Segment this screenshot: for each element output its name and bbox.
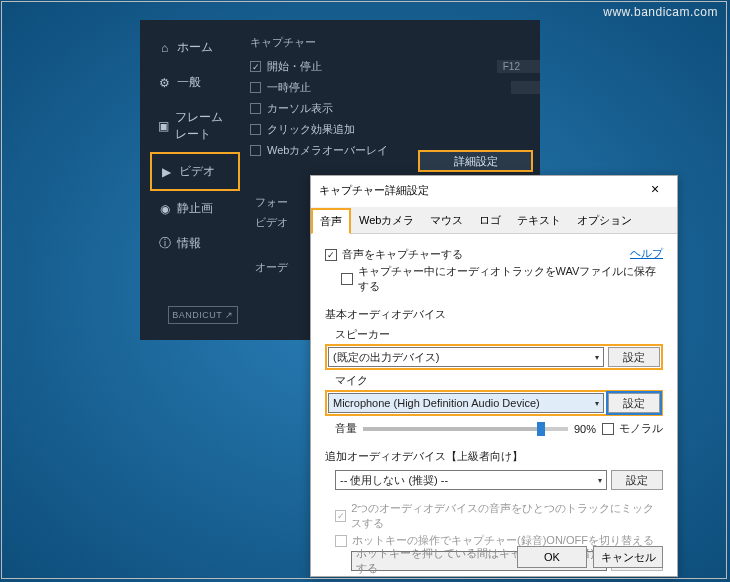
mix-two-checkbox: ✓ 2つのオーディオデバイスの音声をひとつのトラックにミックスする bbox=[325, 500, 663, 532]
format-label: フォー bbox=[255, 195, 288, 210]
capture-section-title: キャプチャー bbox=[250, 35, 540, 50]
combo-value: Microphone (High Definition Audio Device… bbox=[333, 397, 540, 409]
checkbox-icon[interactable] bbox=[250, 103, 261, 114]
cancel-button[interactable]: キャンセル bbox=[593, 546, 663, 568]
sidebar-item-image[interactable]: ◉ 静止画 bbox=[150, 191, 240, 226]
checkbox-icon[interactable] bbox=[250, 124, 261, 135]
hotkey-display[interactable]: F12 bbox=[497, 60, 540, 73]
checkbox-icon[interactable] bbox=[250, 82, 261, 93]
tab-logo[interactable]: ロゴ bbox=[471, 208, 509, 234]
speaker-config-button[interactable]: 設定 bbox=[608, 347, 660, 367]
speaker-combo[interactable]: (既定の出力デバイス) ▾ bbox=[328, 347, 604, 367]
watermark: www.bandicam.com bbox=[603, 5, 718, 19]
slider-thumb[interactable] bbox=[537, 422, 545, 436]
ok-button[interactable]: OK bbox=[517, 546, 587, 568]
chevron-down-icon: ▾ bbox=[595, 353, 599, 362]
video-format-label: ビデオ bbox=[255, 215, 288, 230]
mono-checkbox[interactable]: モノラル bbox=[602, 420, 663, 437]
mic-combo[interactable]: Microphone (High Definition Audio Device… bbox=[328, 393, 604, 413]
dialog-title: キャプチャー詳細設定 bbox=[319, 183, 429, 198]
row-cursor[interactable]: カーソル表示 bbox=[250, 98, 540, 119]
camera-icon: ◉ bbox=[158, 202, 171, 215]
slider-fill bbox=[363, 427, 537, 431]
sidebar-item-label: 情報 bbox=[177, 235, 201, 252]
video-icon: ▶ bbox=[160, 165, 173, 178]
mic-row-highlight: Microphone (High Definition Audio Device… bbox=[325, 390, 663, 416]
checkbox-icon[interactable] bbox=[602, 423, 614, 435]
dialog-body: ヘルプ ✓ 音声をキャプチャーする キャプチャー中にオーディオトラックをWAVフ… bbox=[311, 234, 677, 579]
tab-options[interactable]: オプション bbox=[569, 208, 640, 234]
row-click-effect[interactable]: クリック効果追加 bbox=[250, 119, 540, 140]
volume-slider[interactable] bbox=[363, 427, 568, 431]
main-panel: キャプチャー ✓ 開始・停止 F12 一時停止 カーソル表示 クリック効果追加 … bbox=[250, 35, 540, 161]
hotkey-display[interactable] bbox=[511, 81, 540, 94]
row-label: 一時停止 bbox=[267, 80, 311, 95]
detail-settings-button[interactable]: 詳細設定 bbox=[418, 150, 533, 172]
checkbox-label: 音声をキャプチャーする bbox=[342, 247, 463, 262]
gear-icon: ⚙ bbox=[158, 76, 171, 89]
volume-label: 音量 bbox=[335, 421, 357, 436]
tab-webcam[interactable]: Webカメラ bbox=[351, 208, 422, 234]
sidebar-item-label: フレームレート bbox=[175, 109, 232, 143]
combo-value: (既定の出力デバイス) bbox=[333, 350, 439, 365]
sidebar-item-home[interactable]: ⌂ ホーム bbox=[150, 30, 240, 65]
row-pause[interactable]: 一時停止 bbox=[250, 77, 540, 98]
audio-format-label: オーデ bbox=[255, 260, 288, 275]
mic-label: マイク bbox=[325, 374, 663, 388]
tab-audio[interactable]: 音声 bbox=[311, 208, 351, 234]
sidebar-item-label: ビデオ bbox=[179, 163, 215, 180]
help-link[interactable]: ヘルプ bbox=[630, 246, 663, 261]
tab-text[interactable]: テキスト bbox=[509, 208, 569, 234]
checkbox-icon[interactable] bbox=[250, 145, 261, 156]
info-icon: ⓘ bbox=[158, 237, 171, 250]
checkbox-icon[interactable] bbox=[341, 273, 353, 285]
mic-config-button[interactable]: 設定 bbox=[608, 393, 660, 413]
checkbox-label: キャプチャー中にオーディオトラックをWAVファイルに保存する bbox=[358, 264, 663, 294]
speaker-label: スピーカー bbox=[325, 328, 663, 342]
sidebar-item-label: ホーム bbox=[177, 39, 213, 56]
additional-device-label: 追加オーディオデバイス【上級者向け】 bbox=[325, 449, 663, 464]
sidebar-item-label: 一般 bbox=[177, 74, 201, 91]
chevron-down-icon: ▾ bbox=[595, 399, 599, 408]
volume-value: 90% bbox=[574, 423, 596, 435]
additional-combo[interactable]: -- 使用しない (推奨) -- ▾ bbox=[335, 470, 607, 490]
checkbox-checked-icon[interactable]: ✓ bbox=[325, 249, 337, 261]
bandicut-button[interactable]: BANDICUT ↗ bbox=[168, 306, 238, 324]
row-label: 開始・停止 bbox=[267, 59, 322, 74]
chevron-down-icon: ▾ bbox=[598, 476, 602, 485]
save-wav-checkbox[interactable]: キャプチャー中にオーディオトラックをWAVファイルに保存する bbox=[325, 263, 663, 295]
sidebar-item-video[interactable]: ▶ ビデオ bbox=[150, 152, 240, 191]
close-icon[interactable]: × bbox=[641, 181, 669, 199]
checkbox-label: モノラル bbox=[619, 421, 663, 436]
row-start-stop[interactable]: ✓ 開始・停止 F12 bbox=[250, 56, 540, 77]
dialog-tabs: 音声 Webカメラ マウス ロゴ テキスト オプション bbox=[311, 207, 677, 234]
sidebar-item-info[interactable]: ⓘ 情報 bbox=[150, 226, 240, 261]
basic-device-label: 基本オーディオデバイス bbox=[325, 307, 663, 322]
checkbox-checked-icon: ✓ bbox=[335, 510, 346, 522]
capture-detail-dialog: キャプチャー詳細設定 × 音声 Webカメラ マウス ロゴ テキスト オプション… bbox=[310, 175, 678, 577]
additional-combo-row: -- 使用しない (推奨) -- ▾ 設定 bbox=[325, 470, 663, 490]
additional-config-button[interactable]: 設定 bbox=[611, 470, 663, 490]
row-label: Webカメラオーバーレイ bbox=[267, 143, 388, 158]
row-label: カーソル表示 bbox=[267, 101, 333, 116]
dialog-footer: OK キャンセル bbox=[517, 546, 663, 568]
sidebar-item-general[interactable]: ⚙ 一般 bbox=[150, 65, 240, 100]
sidebar-item-label: 静止画 bbox=[177, 200, 213, 217]
speaker-row-highlight: (既定の出力デバイス) ▾ 設定 bbox=[325, 344, 663, 370]
home-icon: ⌂ bbox=[158, 41, 171, 54]
dialog-titlebar: キャプチャー詳細設定 × bbox=[311, 176, 677, 204]
sidebar: ⌂ ホーム ⚙ 一般 ▣ フレームレート ▶ ビデオ ◉ 静止画 ⓘ 情報 bbox=[150, 30, 240, 261]
sidebar-item-fps[interactable]: ▣ フレームレート bbox=[150, 100, 240, 152]
volume-row: 音量 90% モノラル bbox=[325, 420, 663, 437]
checkbox-checked-icon[interactable]: ✓ bbox=[250, 61, 261, 72]
fps-icon: ▣ bbox=[158, 120, 169, 133]
row-label: クリック効果追加 bbox=[267, 122, 355, 137]
checkbox-label: 2つのオーディオデバイスの音声をひとつのトラックにミックスする bbox=[351, 501, 663, 531]
capture-audio-checkbox[interactable]: ✓ 音声をキャプチャーする bbox=[325, 246, 630, 263]
tab-mouse[interactable]: マウス bbox=[422, 208, 471, 234]
combo-value: -- 使用しない (推奨) -- bbox=[340, 473, 448, 488]
checkbox-icon bbox=[335, 535, 347, 547]
